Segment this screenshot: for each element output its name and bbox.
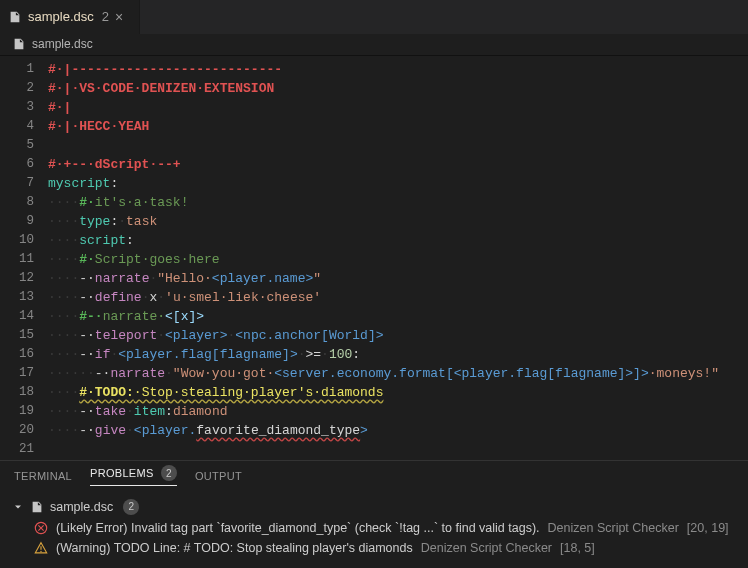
line-number: 16 — [0, 345, 48, 364]
problem-row[interactable]: (Warning) TODO Line: # TODO: Stop steali… — [10, 538, 738, 558]
line-number: 1 — [0, 60, 48, 79]
line-number: 5 — [0, 136, 48, 155]
file-icon — [12, 37, 26, 51]
file-icon — [30, 500, 44, 514]
tab-problems[interactable]: PROBLEMS 2 — [90, 465, 177, 486]
svg-point-2 — [40, 551, 41, 552]
problem-message: (Likely Error) Invalid tag part `favorit… — [56, 521, 540, 535]
tab-bar: sample.dsc 2 × — [0, 0, 748, 34]
warning-icon — [34, 541, 48, 555]
problems-count-badge: 2 — [161, 465, 177, 481]
tab-terminal[interactable]: TERMINAL — [14, 470, 72, 482]
code-editor[interactable]: 1#·|--------------------------- 2#·|·VS·… — [0, 56, 748, 461]
panel-tab-bar: TERMINAL PROBLEMS 2 OUTPUT — [0, 460, 748, 490]
line-number: 20 — [0, 421, 48, 440]
line-number: 3 — [0, 98, 48, 117]
line-number: 19 — [0, 402, 48, 421]
line-number: 9 — [0, 212, 48, 231]
error-icon — [34, 521, 48, 535]
line-number: 2 — [0, 79, 48, 98]
problem-source: Denizen Script Checker — [421, 541, 552, 555]
breadcrumb-filename: sample.dsc — [32, 37, 93, 51]
problem-location: [20, 19] — [687, 521, 729, 535]
line-number: 14 — [0, 307, 48, 326]
problems-file-count: 2 — [123, 499, 139, 515]
line-number: 21 — [0, 440, 48, 459]
breadcrumb[interactable]: sample.dsc — [0, 34, 748, 56]
problem-message: (Warning) TODO Line: # TODO: Stop steali… — [56, 541, 413, 555]
problems-file-name: sample.dsc — [50, 500, 113, 514]
problem-source: Denizen Script Checker — [548, 521, 679, 535]
line-number: 12 — [0, 269, 48, 288]
line-number: 10 — [0, 231, 48, 250]
chevron-down-icon — [12, 501, 24, 513]
line-number: 6 — [0, 155, 48, 174]
line-number: 8 — [0, 193, 48, 212]
problems-file-row[interactable]: sample.dsc 2 — [10, 496, 738, 518]
file-icon — [8, 10, 22, 24]
close-icon[interactable]: × — [115, 9, 123, 25]
tab-dirty-indicator: 2 — [102, 9, 109, 24]
line-number: 11 — [0, 250, 48, 269]
tab-filename: sample.dsc — [28, 9, 94, 24]
tab-output[interactable]: OUTPUT — [195, 470, 242, 482]
line-number: 7 — [0, 174, 48, 193]
line-number: 17 — [0, 364, 48, 383]
line-number: 4 — [0, 117, 48, 136]
line-number: 18 — [0, 383, 48, 402]
line-number: 15 — [0, 326, 48, 345]
editor-tab[interactable]: sample.dsc 2 × — [0, 0, 140, 34]
line-number: 13 — [0, 288, 48, 307]
problem-row[interactable]: (Likely Error) Invalid tag part `favorit… — [10, 518, 738, 538]
problem-location: [18, 5] — [560, 541, 595, 555]
problems-panel: sample.dsc 2 (Likely Error) Invalid tag … — [0, 490, 748, 568]
